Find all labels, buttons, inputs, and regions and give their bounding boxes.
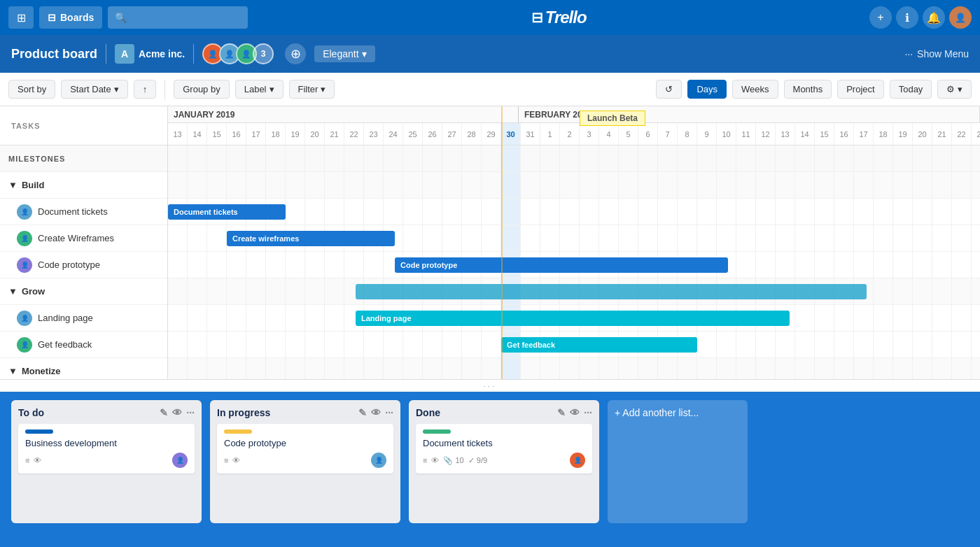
filter-button[interactable]: Filter ▾ bbox=[289, 80, 335, 99]
eye-icon-dt: 👁 bbox=[431, 456, 439, 464]
gantt-sidebar: TASKS MILESTONES ▼ Build 👤 Document tick… bbox=[0, 106, 168, 379]
day-cell-2: 2 bbox=[560, 123, 580, 145]
today-line bbox=[501, 106, 503, 379]
sort-asc-button[interactable]: ↑ bbox=[134, 80, 157, 99]
card-code-prototype[interactable]: Code prototype ≡ 👁 👤 bbox=[217, 424, 393, 474]
sidebar-task-landing-page[interactable]: 👤 Landing page bbox=[0, 305, 167, 332]
start-date-button[interactable]: Start Date ▾ bbox=[61, 80, 128, 99]
show-menu-button[interactable]: ··· Show Menu bbox=[904, 48, 969, 59]
group-by-button[interactable]: Group by bbox=[174, 80, 229, 99]
card-business-dev[interactable]: Business development ≡ 👁 👤 bbox=[18, 424, 195, 474]
board-list-done: Done ✎ 👁 ··· Document tickets ≡ 👁 📎 10 ✓… bbox=[409, 400, 599, 523]
gantt-doc-row: Document tickets bbox=[168, 199, 980, 225]
board-header: Product board A Acme inc. 👤 👤 👤 3 ⊕ Eleg… bbox=[0, 35, 980, 73]
sort-by-button[interactable]: Sort by bbox=[8, 80, 55, 99]
boards-button[interactable]: ⊟ Boards bbox=[39, 6, 102, 29]
day-cell-4: 4 bbox=[599, 123, 619, 145]
board-title: Product board bbox=[11, 47, 97, 62]
day-cell-21: 21 bbox=[932, 123, 952, 145]
list-header-actions-todo: ✎ 👁 ··· bbox=[160, 407, 195, 418]
notification-button[interactable]: 🔔 bbox=[923, 6, 945, 29]
gantt-body: Document tickets Create wireframes Code … bbox=[168, 145, 980, 379]
list-title-inprogress: In progress bbox=[217, 407, 270, 418]
today-button[interactable]: Today bbox=[890, 80, 932, 99]
weeks-button[interactable]: Weeks bbox=[732, 80, 778, 99]
card-avatar-bd: 👤 bbox=[172, 453, 188, 468]
months-button[interactable]: Months bbox=[784, 80, 832, 99]
edit-icon-ip[interactable]: ✎ bbox=[358, 407, 367, 418]
info-button[interactable]: ℹ bbox=[896, 6, 918, 29]
card-doc-tickets[interactable]: Document tickets ≡ 👁 📎 10 ✓ 9/9 👤 bbox=[416, 424, 592, 474]
gantt-lp-row: Landing page bbox=[168, 305, 980, 332]
home-button[interactable]: ⊞ bbox=[8, 6, 34, 29]
sidebar-section-build[interactable]: ▼ Build bbox=[0, 172, 167, 199]
get-feedback-bar[interactable]: Get feedback bbox=[501, 337, 697, 353]
dropdown-icon2: ▾ bbox=[270, 84, 274, 94]
boards-icon: ⊟ bbox=[48, 12, 56, 23]
user-avatar[interactable]: 👤 bbox=[949, 6, 972, 29]
eye-icon-todo[interactable]: 👁 bbox=[172, 407, 182, 418]
resize-handle[interactable]: ··· bbox=[0, 379, 980, 392]
days-button[interactable]: Days bbox=[687, 80, 727, 99]
eye-icon-ip[interactable]: 👁 bbox=[371, 407, 381, 418]
sidebar-task-create-wireframes[interactable]: 👤 Create Wireframes bbox=[0, 225, 167, 252]
monetize-label: Monetize bbox=[22, 366, 61, 376]
refresh-button[interactable]: ↺ bbox=[656, 80, 682, 99]
nav-right-actions: + ℹ 🔔 👤 bbox=[869, 6, 972, 29]
edit-icon-done[interactable]: ✎ bbox=[557, 407, 566, 418]
card-footer-cp: ≡ 👁 👤 bbox=[224, 453, 386, 468]
code-prototype-bar[interactable]: Code prototype bbox=[395, 257, 728, 273]
day-cell-26: 26 bbox=[423, 123, 442, 145]
sidebar-task-document-tickets[interactable]: 👤 Document tickets bbox=[0, 199, 167, 225]
gantt-sidebar-header: TASKS bbox=[0, 106, 167, 145]
more-icon-todo[interactable]: ··· bbox=[186, 407, 195, 418]
day-cell-19: 19 bbox=[893, 123, 913, 145]
day-cell-10: 10 bbox=[717, 123, 736, 145]
label-button[interactable]: Label ▾ bbox=[235, 80, 284, 99]
day-cell-29: 29 bbox=[482, 123, 501, 145]
separator bbox=[164, 80, 165, 99]
day-cell-8: 8 bbox=[678, 123, 697, 145]
day-cell-3: 3 bbox=[580, 123, 599, 145]
group-by-label: Group by bbox=[183, 84, 220, 94]
day-cell-17: 17 bbox=[246, 123, 266, 145]
sidebar-task-get-feedback[interactable]: 👤 Get feedback bbox=[0, 332, 167, 358]
ellipsis-icon: ··· bbox=[904, 48, 913, 59]
doc-tickets-bar[interactable]: Document tickets bbox=[168, 204, 286, 220]
add-member-button[interactable]: ⊕ bbox=[285, 43, 306, 64]
sidebar-section-monetize[interactable]: ▼ Monetize bbox=[0, 358, 167, 379]
card-label-cp bbox=[224, 429, 252, 434]
settings-button[interactable]: ⚙ ▾ bbox=[937, 80, 972, 99]
more-icon-done[interactable]: ··· bbox=[584, 407, 592, 418]
gantt-gf-row: Get feedback bbox=[168, 332, 980, 358]
check-icon-dt: ✓ 9/9 bbox=[468, 456, 487, 465]
refresh-icon: ↺ bbox=[665, 84, 673, 94]
day-cell-23: 23 bbox=[972, 123, 980, 145]
task-avatar-cp: 👤 bbox=[17, 257, 32, 273]
add-button[interactable]: + bbox=[869, 6, 892, 29]
create-wireframes-bar[interactable]: Create wireframes bbox=[227, 231, 395, 246]
more-icon-ip[interactable]: ··· bbox=[385, 407, 393, 418]
day-cell-22: 22 bbox=[344, 123, 364, 145]
edit-icon-todo[interactable]: ✎ bbox=[160, 407, 168, 418]
day-cell-14: 14 bbox=[188, 123, 207, 145]
landing-page-bar[interactable]: Landing page bbox=[356, 311, 790, 326]
eye-icon-done[interactable]: 👁 bbox=[570, 407, 580, 418]
dropdown-icon3: ▾ bbox=[321, 84, 326, 94]
sidebar-section-grow[interactable]: ▼ Grow bbox=[0, 278, 167, 305]
member-count-badge: 3 bbox=[253, 43, 274, 64]
list-header-actions-done: ✎ 👁 ··· bbox=[557, 407, 592, 418]
day-cell-30: 30 bbox=[501, 123, 521, 145]
add-list-button[interactable]: + Add another list... bbox=[608, 400, 748, 523]
view-selector-button[interactable]: Elegantt ▾ bbox=[314, 45, 374, 62]
task-avatar-dt: 👤 bbox=[17, 204, 32, 220]
card-title-cp: Code prototype bbox=[224, 438, 386, 448]
gantt-days-row: 1314151617181920212223242526272829303112… bbox=[168, 123, 980, 145]
project-label: Project bbox=[846, 84, 874, 94]
divider bbox=[106, 44, 106, 64]
tasks-header-label: TASKS bbox=[11, 122, 40, 130]
project-button[interactable]: Project bbox=[837, 80, 883, 99]
day-cell-7: 7 bbox=[658, 123, 678, 145]
board-list-todo: To do ✎ 👁 ··· Business development ≡ 👁 👤 bbox=[11, 400, 202, 523]
sidebar-task-code-prototype[interactable]: 👤 Code prototype bbox=[0, 252, 167, 278]
